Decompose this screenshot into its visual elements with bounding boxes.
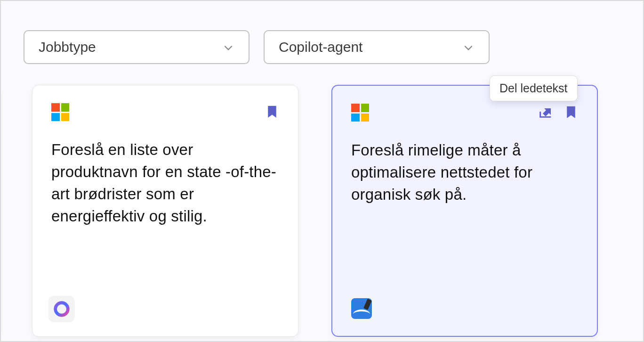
cards-row: Foreslå en liste over produktnavn for en…: [0, 85, 624, 342]
share-icon[interactable]: [538, 104, 554, 122]
jobtype-dropdown-label: Jobbtype: [39, 39, 96, 55]
loop-icon: [52, 300, 71, 318]
card-footer: [48, 296, 75, 322]
card-header: [51, 103, 279, 121]
whiteboard-icon: [351, 298, 372, 319]
app-chip-loop[interactable]: [48, 296, 75, 322]
card-actions: [538, 104, 578, 122]
microsoft-logo-icon: [51, 103, 69, 121]
app-chip-whiteboard[interactable]: [348, 295, 375, 322]
card-footer: [348, 295, 375, 322]
chevron-down-icon: [462, 41, 475, 53]
prompt-card-right[interactable]: Foreslå rimelige måter å optimalisere ne…: [331, 85, 598, 337]
copilot-agent-dropdown-label: Copilot-agent: [279, 39, 362, 55]
prompt-text: Foreslå en liste over produktnavn for en…: [51, 139, 279, 227]
bookmark-icon[interactable]: [265, 103, 279, 121]
copilot-agent-dropdown[interactable]: Copilot-agent: [264, 30, 490, 64]
share-tooltip-text: Del ledetekst: [499, 81, 568, 95]
share-tooltip: Del ledetekst: [490, 75, 578, 101]
svg-point-0: [56, 303, 68, 316]
microsoft-logo-icon: [351, 104, 369, 122]
prompt-card-left[interactable]: Foreslå en liste over produktnavn for en…: [32, 85, 298, 337]
bookmark-icon[interactable]: [564, 104, 578, 122]
chevron-down-icon: [222, 41, 234, 53]
prompt-gallery-frame: Jobbtype Copilot-agent Del ledetekst: [0, 0, 644, 342]
card-actions: [265, 103, 279, 121]
jobtype-dropdown[interactable]: Jobbtype: [24, 30, 250, 64]
filter-row: Jobbtype Copilot-agent: [1, 1, 643, 64]
card-header: [351, 104, 578, 122]
prompt-text: Foreslå rimelige måter å optimalisere ne…: [351, 139, 578, 206]
